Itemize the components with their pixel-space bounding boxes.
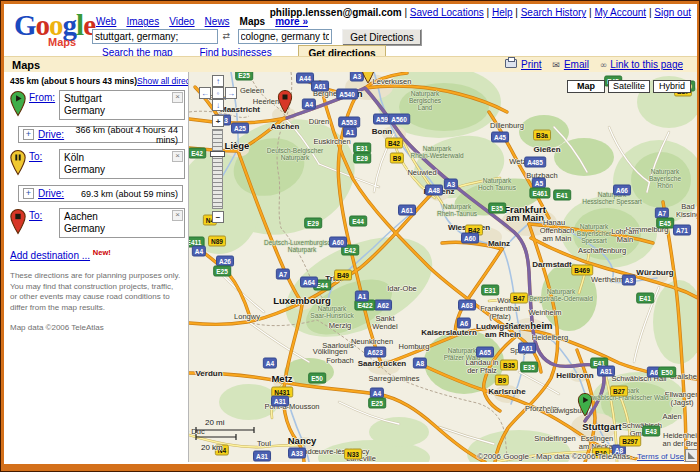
directions-sidebar: 435 km (about 5 hours 43 mins) Show all … [6,74,187,462]
scale-lines [195,427,267,441]
email-icon: ✉ [552,60,560,70]
google-maps-logo[interactable]: Google Maps [14,10,94,48]
nav-more[interactable]: more » [275,16,308,27]
pan-center-button[interactable]: ◦ [212,87,224,99]
zoom-out-button[interactable]: − [212,211,224,223]
end-marker-icon [10,208,29,237]
satellite-view-button[interactable]: Satellite [608,80,650,93]
to-koln-label[interactable]: To: [29,149,59,162]
from-field[interactable]: Stuttgart Germany × [59,90,185,120]
nav-web[interactable]: Web [96,16,116,27]
map-data-attribution: Map data ©2006 TeleAtlas [10,323,181,332]
zoom-in-button[interactable]: + [212,115,224,127]
start-marker-icon [10,90,29,119]
nav-maps-active: Maps [240,16,266,27]
leg1-distance: 366 km (about 4 hours 44 mins) [64,125,178,145]
map-copyright: ©2006 Google - Map data ©2006 TeleAtlas … [189,452,684,461]
to-koln-place: Köln [64,152,172,164]
leg2-distance: 69.3 km (about 59 mins) [64,189,178,199]
to-aachen-country: Germany [64,223,172,235]
expand-leg1-icon[interactable]: + [23,129,34,140]
nav-news[interactable]: News [205,16,230,27]
stop-row-from: From: Stuttgart Germany × [10,90,185,120]
zoom-slider-track[interactable] [212,129,223,209]
link-icon: ∞ [600,60,607,70]
terms-of-use-link[interactable]: Terms of Use [637,452,684,461]
pan-left-button[interactable]: ← [199,87,211,99]
screenshot-frame: philipp.lenssen@gmail.com | Saved Locati… [0,0,700,472]
remove-aachen-button[interactable]: × [172,210,183,221]
directions-disclaimer: These directions are for planning purpos… [10,271,181,313]
account-bar: philipp.lenssen@gmail.com | Saved Locati… [270,7,691,18]
print-link[interactable]: Print [521,59,542,70]
top-nav: WebImagesVideoNewsMapsmore » [96,16,318,27]
account-link[interactable]: Saved Locations [410,7,484,18]
from-input[interactable] [92,29,218,44]
title-bar: Maps Print ✉Email ∞Link to this page [4,56,697,72]
title-bar-links: Print ✉Email ∞Link to this page [505,59,691,70]
route-summary: 435 km (about 5 hours 43 mins) [10,76,137,86]
add-destination-link[interactable]: Add destination ... [10,250,90,261]
stop-row-to-koln: To: Köln Germany × [10,149,185,179]
to-koln-country: Germany [64,164,172,176]
to-input[interactable] [238,29,332,44]
from-place: Stuttgart [64,93,172,105]
map-view-button[interactable]: Map [567,80,605,93]
leg-row-1: + Drive: 366 km (about 4 hours 44 mins) [18,126,183,143]
copyright-text: ©2006 Google - Map data ©2006 TeleAtlas … [477,452,635,461]
swap-icon[interactable]: ⇄ [221,29,232,41]
account-link[interactable]: Help [492,7,513,18]
map-base-graphics [189,72,697,462]
zoom-slider-handle[interactable] [210,151,225,157]
print-icon [505,59,517,68]
stop-row-to-aachen: To: Aachen Germany × [10,208,185,238]
pan-right-button[interactable]: → [225,87,237,99]
to-aachen-label[interactable]: To: [29,208,59,221]
map-canvas[interactable]: KölnLeverkusenAachenDürenBergheimBonnEus… [188,72,697,462]
account-link[interactable]: Sign out [654,7,691,18]
to-koln-field[interactable]: Köln Germany × [59,149,185,179]
to-aachen-place: Aachen [64,211,172,223]
account-link[interactable]: Search History [521,7,587,18]
new-badge: New! [93,248,111,257]
drive-link-1[interactable]: Drive: [38,129,64,140]
leg-row-2: + Drive: 69.3 km (about 59 mins) [18,185,183,202]
nav-video[interactable]: Video [169,16,194,27]
overview-map-toggle[interactable] [685,449,697,462]
to-aachen-field[interactable]: Aachen Germany × [59,208,185,238]
hybrid-view-button[interactable]: Hybrid [653,80,691,93]
map-view-switcher: MapSatelliteHybrid [564,75,691,93]
scale-km-label: 20 km [201,443,267,452]
waypoint-marker-icon [10,149,29,178]
from-label[interactable]: From: [29,90,59,103]
drive-link-2[interactable]: Drive: [38,188,64,199]
google-maps-page: philipp.lenssen@gmail.com | Saved Locati… [4,4,697,464]
page-title: Maps [12,59,40,71]
email-link[interactable]: Email [564,59,589,70]
nav-images[interactable]: Images [126,16,159,27]
account-link[interactable]: My Account [594,7,646,18]
pan-down-button[interactable]: ↓ [212,99,224,111]
remove-koln-button[interactable]: × [172,151,183,162]
link-to-page-link[interactable]: Link to this page [610,59,683,70]
remove-from-button[interactable]: × [172,92,183,103]
scale-mi-label: 20 mi [205,418,267,427]
pan-up-button[interactable]: ↑ [212,75,224,87]
from-country: Germany [64,105,172,117]
expand-leg2-icon[interactable]: + [23,188,34,199]
map-scale-bar: 20 mi 20 km [195,418,267,452]
